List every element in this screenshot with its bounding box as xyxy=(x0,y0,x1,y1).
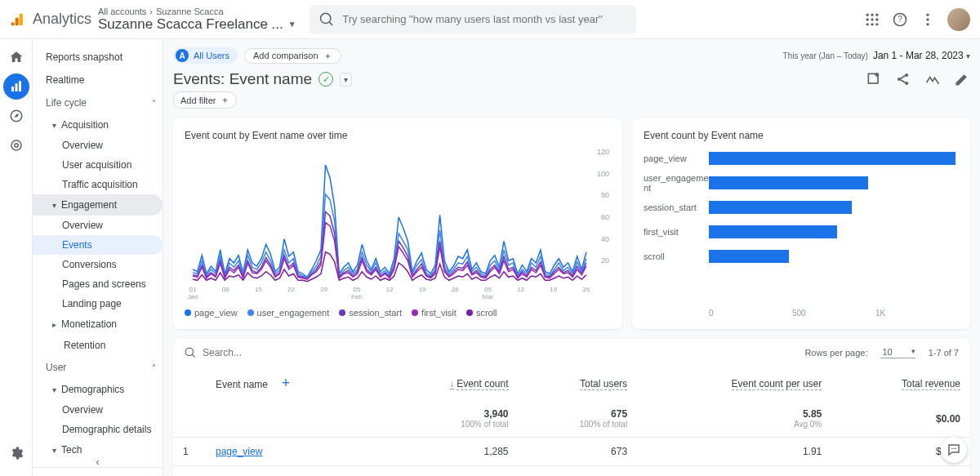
col-event-count[interactable]: Event count xyxy=(457,378,508,390)
svg-text:08: 08 xyxy=(222,286,229,293)
sidebar-traffic-acquisition[interactable]: Traffic acquisition xyxy=(33,175,163,194)
chevron-down-icon: ▼ xyxy=(288,20,296,29)
share-icon[interactable] xyxy=(895,71,911,87)
search-input[interactable] xyxy=(342,13,626,25)
svg-point-50 xyxy=(951,448,953,450)
svg-rect-18 xyxy=(15,83,17,91)
add-filter-button[interactable]: Add filter＋ xyxy=(173,91,237,109)
bar-chart-card: Event count by Event name page_viewuser_… xyxy=(632,118,970,329)
col-total-revenue[interactable]: Total revenue xyxy=(902,378,960,390)
rows-per-page-select[interactable]: 10 xyxy=(880,347,915,358)
feedback-button[interactable] xyxy=(941,437,967,463)
svg-text:Jan: Jan xyxy=(188,293,198,300)
sidebar-engagement[interactable]: ▾Engagement xyxy=(33,194,163,216)
event-link[interactable]: page_view xyxy=(216,446,262,457)
table-row[interactable]: 1page_view1,2856731.91$0.00 xyxy=(173,438,970,466)
col-total-users[interactable]: Total users xyxy=(580,378,627,390)
sidebar-conversions[interactable]: Conversions xyxy=(33,255,163,274)
sidebar-landing-page[interactable]: Landing page xyxy=(33,294,163,314)
chevron-down-icon[interactable]: ▾ xyxy=(340,73,352,87)
breadcrumb-all: All accounts xyxy=(98,7,146,16)
svg-text:20: 20 xyxy=(601,256,609,265)
caret-down-icon: ▾ xyxy=(52,121,56,130)
sidebar-demographics[interactable]: ▾Demographics xyxy=(33,379,163,400)
sidebar-acq-overview[interactable]: Overview xyxy=(33,136,163,155)
rail-home[interactable] xyxy=(3,44,29,70)
help-icon[interactable]: ? xyxy=(892,11,908,28)
insights-icon[interactable] xyxy=(924,71,941,87)
svg-point-15 xyxy=(926,18,929,20)
verified-icon[interactable]: ✓ xyxy=(318,72,333,87)
col-count-per-user[interactable]: Event count per user xyxy=(732,378,822,390)
sidebar-pages-screens[interactable]: Pages and screens xyxy=(33,274,163,294)
page-title: Events: Event name xyxy=(173,70,312,88)
avatar[interactable] xyxy=(947,8,970,31)
more-vert-icon[interactable] xyxy=(920,11,936,28)
customize-report-icon[interactable] xyxy=(866,71,882,87)
table-range: 1-7 of 7 xyxy=(929,348,959,358)
svg-point-51 xyxy=(953,448,955,450)
edit-icon[interactable] xyxy=(954,71,970,87)
sidebar-realtime[interactable]: Realtime xyxy=(33,69,163,91)
events-table-card: Rows per page: 10 1-7 of 7 Event name + … xyxy=(173,339,970,476)
svg-point-5 xyxy=(875,13,878,16)
sidebar-demo-overview[interactable]: Overview xyxy=(33,400,163,420)
rail-admin[interactable] xyxy=(3,440,29,466)
line-chart-card: Event count by Event name over time 2040… xyxy=(173,118,622,329)
sidebar-monetization[interactable]: ▸Monetization xyxy=(33,314,163,335)
svg-point-14 xyxy=(926,13,929,16)
svg-point-10 xyxy=(871,23,873,25)
svg-point-8 xyxy=(875,18,878,20)
sidebar-events[interactable]: Events xyxy=(33,235,163,255)
svg-point-22 xyxy=(14,144,18,148)
sidebar-demo-details[interactable]: Demographic details xyxy=(33,420,163,439)
sidebar-acquisition[interactable]: ▾Acquisition xyxy=(33,114,163,136)
rail-advertising[interactable] xyxy=(3,132,29,158)
product-name: Analytics xyxy=(33,11,91,28)
svg-text:Feb: Feb xyxy=(351,293,363,300)
svg-rect-1 xyxy=(16,17,19,25)
rail-explore[interactable] xyxy=(3,103,29,129)
svg-rect-17 xyxy=(11,87,14,91)
sidebar-eng-overview[interactable]: Overview xyxy=(33,216,163,235)
rail-reports[interactable] xyxy=(3,73,29,100)
col-event-name[interactable]: Event name xyxy=(216,379,268,390)
svg-point-7 xyxy=(871,18,873,20)
add-comparison-button[interactable]: Add comparison＋ xyxy=(244,48,341,64)
svg-text:29: 29 xyxy=(320,286,327,293)
target-icon xyxy=(9,138,24,153)
svg-text:22: 22 xyxy=(287,286,295,293)
caret-down-icon: ▾ xyxy=(52,201,56,210)
table-search-input[interactable] xyxy=(203,347,798,358)
svg-text:15: 15 xyxy=(255,286,262,293)
svg-text:40: 40 xyxy=(601,235,609,243)
add-dimension-button[interactable]: + xyxy=(282,375,291,391)
sidebar-group-lifecycle[interactable]: Life cycle˄ xyxy=(33,91,163,114)
svg-text:120: 120 xyxy=(597,148,609,156)
sidebar-group-user[interactable]: User˄ xyxy=(33,356,163,379)
project-name: Suzanne Scacca Freelance ... xyxy=(98,16,283,33)
date-range-picker[interactable]: Jan 1 - Mar 28, 2023 ▾ xyxy=(873,50,970,61)
caret-down-icon: ▾ xyxy=(52,446,56,455)
sidebar-reports-snapshot[interactable]: Reports snapshot xyxy=(33,46,163,69)
rows-per-page-label: Rows per page: xyxy=(804,348,867,358)
chevron-up-icon: ˄ xyxy=(152,99,156,108)
svg-text:01: 01 xyxy=(189,286,197,293)
svg-point-6 xyxy=(866,18,869,20)
project-selector[interactable]: All accounts › Suzanne Scacca Suzanne Sc… xyxy=(98,7,296,33)
explore-icon xyxy=(9,109,24,123)
svg-point-9 xyxy=(866,23,869,25)
breadcrumb-account: Suzanne Scacca xyxy=(156,7,224,16)
sidebar-collapse[interactable]: ‹ xyxy=(33,456,163,468)
search-icon xyxy=(185,347,196,358)
svg-text:26: 26 xyxy=(452,286,459,293)
sidebar-user-acquisition[interactable]: User acquisition xyxy=(33,155,163,175)
sidebar-retention[interactable]: Retention xyxy=(33,335,163,356)
segment-all-users[interactable]: AAll Users xyxy=(173,47,238,64)
global-search[interactable] xyxy=(310,5,636,34)
table-row[interactable]: 2user_engagement8292942.84$0.00 xyxy=(173,466,970,477)
svg-text:19: 19 xyxy=(419,286,426,293)
svg-point-3 xyxy=(866,13,869,16)
apps-icon[interactable] xyxy=(864,11,880,28)
caret-right-icon: ▸ xyxy=(52,320,56,329)
